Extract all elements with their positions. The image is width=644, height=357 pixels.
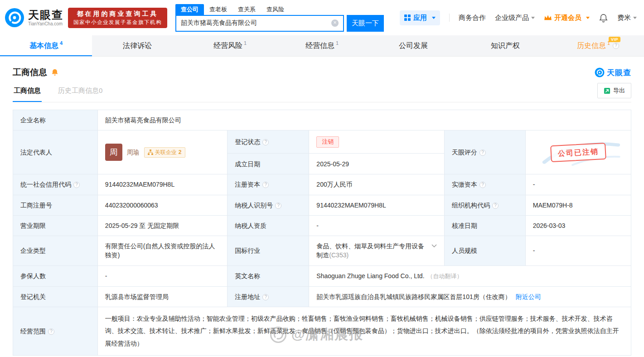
field-value-establish-date: 2025-05-29: [309, 154, 445, 174]
field-value-taxpayer-quality: -: [309, 215, 445, 236]
help-icon[interactable]: ?: [262, 294, 269, 300]
subtab-history-business-info[interactable]: 历史工商信息0: [57, 82, 103, 102]
english-name: Shaoguan Zhuge Liang Food Co., Ltd.: [316, 272, 424, 280]
apps-menu[interactable]: 应用: [400, 10, 440, 25]
field-label-approval-date: 核准日期: [445, 215, 526, 236]
company-type: 有限责任公司(自然人投资或控股的法人独资): [105, 242, 215, 259]
help-icon[interactable]: ?: [275, 203, 281, 209]
label-text: 天眼评分: [452, 149, 477, 156]
related-companies-badge[interactable]: 关联企业 2: [144, 147, 185, 158]
search-button[interactable]: 天眼一下: [347, 15, 384, 32]
field-value-reg-status: 注销: [309, 130, 445, 154]
label-text: 工商注册号: [20, 202, 52, 209]
label-text: 法定代表人: [20, 149, 52, 156]
credit-code: 91440232MAEM079H8L: [105, 181, 174, 188]
taxpayer-id: 91440232MAEM079H8L: [316, 202, 386, 209]
industry-code: (C353): [329, 251, 349, 259]
field-label-company-type: 企业类型: [13, 236, 98, 266]
tab-basic-info[interactable]: 基本信息4: [0, 35, 92, 56]
field-value-staff-size: -: [525, 236, 631, 266]
tab-history-info[interactable]: VIP 历史信息1 ?: [552, 35, 644, 56]
table-row: 经营范围? 一般项目：农业专业及辅助性活动；智能农业管理；初级农产品收购；牲畜销…: [13, 307, 631, 355]
org-code: MAEM079H-8: [533, 202, 573, 209]
top-header: 天眼查 TianYanCha.com 都在用的商业查询工具 国家中小企业发展子基…: [0, 0, 644, 35]
tab-company-development[interactable]: 公司发展: [368, 35, 460, 56]
tianyancha-company-page: 天眼查 TianYanCha.com 都在用的商业查询工具 国家中小企业发展子基…: [0, 0, 644, 357]
tianyancha-logo[interactable]: 天眼查 TianYanCha.com: [5, 8, 63, 28]
field-label-registry: 登记机关: [13, 286, 98, 307]
caret-down-icon: [531, 17, 535, 19]
menu-divider: [449, 14, 450, 22]
open-vip-label: 开通会员: [554, 14, 581, 22]
registry-authority: 乳源县市场监督管理局: [105, 293, 169, 300]
tab-operation-risk[interactable]: 经营风险1: [184, 35, 276, 56]
business-info-table: 企业名称 韶关市猪葛亮食品有限公司 法定代表人 周 周瑜: [13, 110, 631, 356]
field-label-business-term: 营业期限: [13, 215, 98, 236]
tab-intellectual-property[interactable]: 知识产权: [460, 35, 552, 56]
tab-label: 历史信息: [577, 41, 606, 51]
nearby-companies-link[interactable]: 附近公司: [516, 293, 541, 300]
help-icon[interactable]: ?: [613, 43, 619, 49]
open-vip-menu[interactable]: 开通会员: [544, 14, 590, 22]
business-term: 2025-05-29 至 无固定期限: [105, 222, 179, 229]
help-icon[interactable]: ?: [479, 150, 486, 156]
field-label-address: 注册地址?: [228, 286, 309, 307]
subscribe-bell-icon[interactable]: [51, 68, 59, 77]
label-text: 国标行业: [235, 247, 260, 254]
help-icon[interactable]: ?: [73, 182, 80, 188]
label-text: 成立日期: [235, 160, 260, 168]
search-tab-boss[interactable]: 查老板: [204, 4, 232, 15]
help-icon[interactable]: ?: [48, 328, 54, 335]
field-value-score: 公司已注销: [525, 130, 631, 174]
related-companies-icon: [148, 150, 153, 155]
field-label-taxpayer-id: 纳税人识别号?: [228, 195, 309, 215]
enterprise-products-menu[interactable]: 企业级产品: [495, 14, 535, 22]
help-icon[interactable]: ?: [262, 139, 269, 145]
help-icon[interactable]: ?: [262, 182, 269, 188]
search-tab-risk[interactable]: 查风险: [261, 4, 290, 15]
table-row: 登记机关 乳源县市场监督管理局 注册地址? 韶关市乳源瑶族自治县乳城镇民族路移民…: [13, 286, 631, 307]
field-value-credit-code: 91440232MAEM079H8L: [97, 174, 227, 195]
help-icon[interactable]: ?: [479, 182, 486, 188]
label-text: 登记状态: [235, 138, 260, 145]
label-text: 企业类型: [20, 247, 46, 254]
user-menu[interactable]: 费米: [617, 14, 637, 22]
search-input[interactable]: [176, 19, 331, 27]
reg-capital: 200万人民币: [316, 181, 352, 188]
help-icon[interactable]: ?: [492, 203, 499, 209]
company-name: 韶关市猪葛亮食品有限公司: [105, 116, 181, 124]
enterprise-products-label: 企业级产品: [495, 14, 529, 22]
apps-grid-icon: [404, 14, 411, 21]
tab-legal-litigation[interactable]: 法律诉讼: [92, 35, 184, 56]
tab-operation-info[interactable]: 经营信息1: [276, 35, 368, 56]
field-value-industry: 食品、饮料、烟草及饲料生产专用设备制造(C353): [309, 236, 445, 266]
field-label-org-code: 组织机构代码?: [445, 195, 526, 215]
field-label-reg-number: 工商注册号: [13, 195, 98, 215]
tab-label: 知识产权: [491, 41, 520, 51]
brand-domain: TianYanCha.com: [28, 21, 63, 27]
subtab-row: 工商信息 历史工商信息0 导出: [13, 82, 631, 102]
username: 费米: [617, 14, 631, 22]
subtab-business-info[interactable]: 工商信息: [13, 82, 42, 102]
chevron-down-icon[interactable]: [431, 244, 437, 247]
apps-label: 应用: [413, 14, 427, 22]
notifications-bell-icon[interactable]: [599, 13, 608, 23]
tab-label: 公司发展: [399, 41, 428, 51]
business-cooperation-link[interactable]: 商务合作: [459, 14, 486, 22]
legal-rep-avatar[interactable]: 周: [105, 144, 122, 161]
auto-translate-note: （自动翻译）: [427, 273, 463, 280]
tab-label: 经营信息: [305, 41, 334, 51]
legal-rep-name-link[interactable]: 周瑜: [127, 148, 140, 157]
search-row: × 天眼一下: [175, 15, 384, 32]
table-row: 营业期限 2025-05-29 至 无固定期限 纳税人资质 - 核准日期 202…: [13, 215, 631, 236]
label-text: 参保人数: [20, 272, 46, 280]
search-tab-relation[interactable]: 查关系: [232, 4, 261, 15]
table-row: 工商注册号 440232000060063 纳税人识别号? 91440232MA…: [13, 195, 631, 215]
section-header: 工商信息 天眼查: [13, 67, 631, 78]
clear-search-icon[interactable]: ×: [331, 19, 339, 27]
section-logo-text: 天眼查: [607, 68, 631, 78]
field-value-business-term: 2025-05-29 至 无固定期限: [97, 215, 227, 236]
registered-address: 韶关市乳源瑶族自治县乳城镇民族路移民家属区首层101房（住改商）: [316, 293, 511, 300]
export-button[interactable]: 导出: [597, 83, 631, 98]
search-tab-company[interactable]: 查公司: [175, 4, 204, 15]
